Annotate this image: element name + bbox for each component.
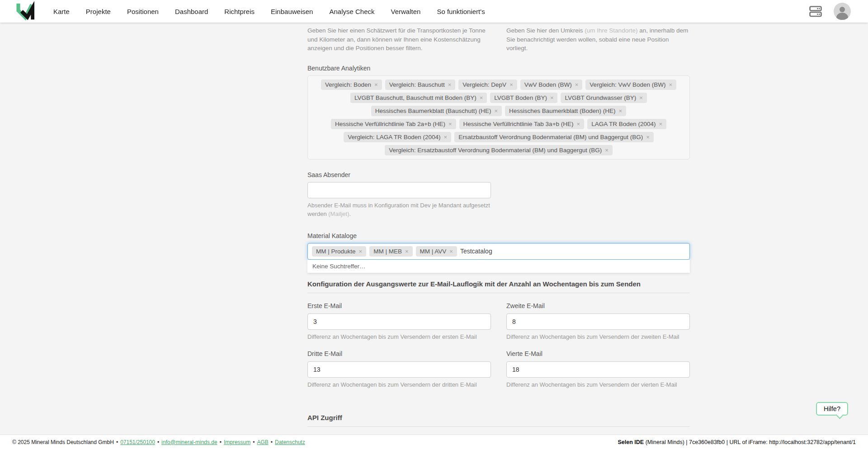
analytic-tag: Vergleich: Ersatzbaustoff Verordnung Bod… <box>385 145 613 155</box>
catalogs-label: Material Kataloge <box>307 232 690 239</box>
analytic-tag: Vergleich: Boden × <box>321 80 382 90</box>
tag-label: MM | MEB <box>373 248 402 255</box>
tag-label: Vergleich: VwV Boden (BW) <box>590 81 665 88</box>
analytics-label: Benutzbare Analytiken <box>307 65 690 72</box>
remove-icon[interactable]: × <box>659 121 662 127</box>
nav-item[interactable]: Verwalten <box>391 8 421 15</box>
tag-label: MM | Produkte <box>316 248 356 255</box>
footer-link[interactable]: Impressum <box>224 439 250 445</box>
separator-dot: • <box>116 439 118 445</box>
remove-icon[interactable]: × <box>405 248 409 254</box>
analytics-tag-box[interactable]: Vergleich: Boden × Vergleich: Bauschutt … <box>307 75 690 159</box>
footer-legal: © 2025 Mineral Minds Deutschland GmbH • … <box>12 439 305 445</box>
email-field: Dritte E-Mail Differenz an Wochentagen b… <box>307 350 491 389</box>
remove-icon[interactable]: × <box>605 147 609 153</box>
nav-item[interactable]: Positionen <box>127 8 159 15</box>
separator-dot: • <box>157 439 159 445</box>
saas-helper: Absender E-Mail muss in Konfiguration mi… <box>307 201 491 219</box>
catalog-dropdown: Keine Suchtreffer… <box>307 260 690 273</box>
footer-link[interactable]: 07151/250100 <box>120 439 155 445</box>
analytic-tag: Vergleich: LAGA TR Boden (2004) × <box>344 132 451 142</box>
saas-label: Saas Absender <box>307 171 690 178</box>
nav-item[interactable]: Dashboard <box>175 8 208 15</box>
section-hints: Geben Sie hier einen Schätzwert für die … <box>307 26 690 53</box>
email-field-label: Vierte E-Mail <box>506 350 690 357</box>
separator-dot: • <box>271 439 273 445</box>
email-days-input[interactable] <box>506 361 690 378</box>
analytic-tag: VwV Boden (BW) × <box>520 80 583 90</box>
remove-icon[interactable]: × <box>577 121 580 127</box>
material-catalogs-input[interactable]: MM | Produkte × MM | MEB × MM | AVV × Te… <box>307 243 690 260</box>
email-fields: Erste E-Mail Differenz an Wochentagen bi… <box>307 302 690 389</box>
ide-status-text: Selen IDE (Mineral Minds) | 7ce360e83fb0… <box>618 439 856 445</box>
tag-label: Vergleich: Boden <box>325 81 371 88</box>
remove-icon[interactable]: × <box>646 134 650 140</box>
nav-item[interactable]: Einbauweisen <box>271 8 313 15</box>
analytic-tag: Hessisches Baumerkblatt (Boden) (HE) × <box>505 106 626 116</box>
mineral-minds-logo[interactable] <box>16 1 34 21</box>
email-field-label: Dritte E-Mail <box>307 350 491 357</box>
tag-label: MM | AVV <box>420 248 447 255</box>
remove-icon[interactable]: × <box>619 108 623 114</box>
saas-sender-input[interactable] <box>307 182 491 198</box>
tag-label: Vergleich: LAGA TR Boden (2004) <box>348 134 440 140</box>
analytic-tag: Ersatzbaustoff Verordnung Bodenmaterial … <box>454 132 654 142</box>
footer-link[interactable]: Datenschutz <box>275 439 305 445</box>
email-field-helper: Differenz an Wochentagen bis zum Versend… <box>506 380 690 389</box>
umkreis-hint: Geben Sie hier den Umkreis (um Ihre Stan… <box>506 26 690 53</box>
catalog-tag: MM | MEB × <box>369 246 412 257</box>
footer-link[interactable]: AGB <box>257 439 268 445</box>
remove-icon[interactable]: × <box>550 95 554 101</box>
analytic-tag: LAGA TR Boden (2004) × <box>587 119 666 129</box>
remove-icon[interactable]: × <box>448 82 452 88</box>
email-days-input[interactable] <box>307 361 491 378</box>
tag-label: LVGBT Boden (BY) <box>494 94 547 101</box>
tag-label: Hessisches Baumerkblatt (Bauschutt) (HE) <box>375 108 491 114</box>
analytic-tag: Vergleich: DepV × <box>458 80 517 90</box>
no-results-message: Keine Suchtreffer… <box>312 263 366 270</box>
tag-label: LVGBT Grundwasser (BY) <box>565 94 636 101</box>
analytic-tag: LVGBT Grundwasser (BY) × <box>561 93 646 103</box>
remove-icon[interactable]: × <box>374 82 378 88</box>
server-icon[interactable] <box>809 6 822 17</box>
nav-item[interactable]: So funktioniert's <box>437 8 485 15</box>
help-button[interactable]: Hilfe? <box>816 402 848 416</box>
remove-icon[interactable]: × <box>639 95 643 101</box>
nav-item[interactable]: Projekte <box>86 8 111 15</box>
separator-dot: • <box>253 439 255 445</box>
remove-icon[interactable]: × <box>509 82 513 88</box>
analytic-tag: Hessische Verfüllrichtlinie Tab 2a+b (HE… <box>331 119 456 129</box>
email-days-input[interactable] <box>307 313 491 330</box>
catalog-search-text[interactable]: Testcatalog <box>460 248 492 255</box>
divider <box>307 426 690 427</box>
remove-icon[interactable]: × <box>444 134 448 140</box>
analytic-tag: Vergleich: VwV Boden (BW) × <box>585 80 676 90</box>
remove-icon[interactable]: × <box>575 82 579 88</box>
remove-icon[interactable]: × <box>480 95 483 101</box>
tag-label: Hessische Verfüllrichtlinie Tab 2a+b (HE… <box>335 121 445 127</box>
footer-link[interactable]: info@mineral-minds.de <box>161 439 217 445</box>
nav-item[interactable]: Karte <box>53 8 70 15</box>
user-avatar-icon[interactable] <box>834 3 851 20</box>
analytic-tag: LVGBT Bauschutt, Bauschutt mit Boden (BY… <box>350 93 487 103</box>
email-field: Zweite E-Mail Differenz an Wochentagen b… <box>506 302 690 341</box>
tag-label: Vergleich: Ersatzbaustoff Verordnung Bod… <box>389 147 602 154</box>
nav-item[interactable]: Analyse Check <box>329 8 374 15</box>
tag-label: LAGA TR Boden (2004) <box>591 121 656 127</box>
email-field-label: Erste E-Mail <box>307 302 491 309</box>
remove-icon[interactable]: × <box>448 121 452 127</box>
email-field: Erste E-Mail Differenz an Wochentagen bi… <box>307 302 491 341</box>
api-section-title: API Zugriff <box>307 414 690 421</box>
remove-icon[interactable]: × <box>669 82 672 88</box>
divider <box>307 293 690 293</box>
remove-icon[interactable]: × <box>359 248 363 254</box>
separator-dot: • <box>220 439 222 445</box>
nav-item[interactable]: Richtpreis <box>224 8 255 15</box>
tag-label: Vergleich: Bauschutt <box>389 81 445 88</box>
transport-hint: Geben Sie hier einen Schätzwert für die … <box>307 26 491 53</box>
remove-icon[interactable]: × <box>449 248 453 254</box>
email-days-input[interactable] <box>506 313 690 330</box>
remove-icon[interactable]: × <box>494 108 498 114</box>
email-field-helper: Differenz an Wochentagen bis zum Versend… <box>506 332 690 341</box>
tag-label: Hessische Verfüllrichtlinie Tab 3a+b (HE… <box>463 121 574 127</box>
